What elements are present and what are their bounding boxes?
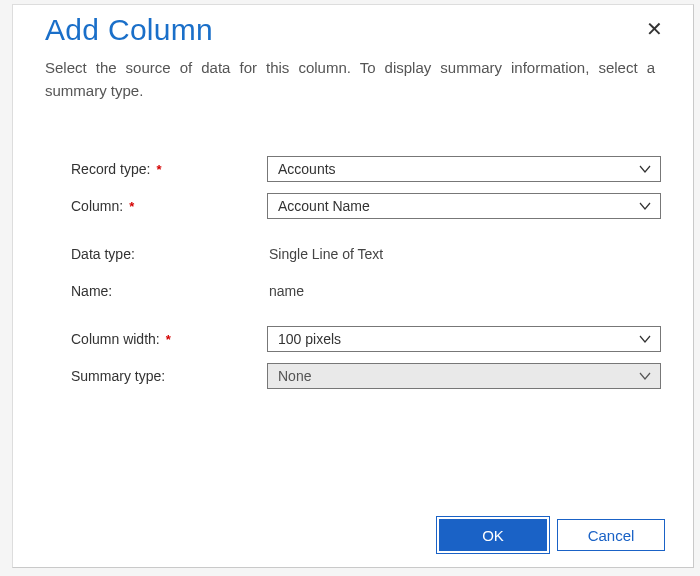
dialog-footer: OK Cancel (45, 519, 665, 553)
chevron-down-icon (638, 369, 652, 383)
chevron-down-icon (638, 199, 652, 213)
chevron-down-icon (638, 332, 652, 346)
field-data-type: Single Line of Text (267, 245, 661, 263)
row-column: Column: * Account Name (69, 193, 661, 219)
select-value: 100 pixels (278, 331, 341, 347)
close-icon: ✕ (646, 18, 663, 40)
field-column: Account Name (267, 193, 661, 219)
close-button[interactable]: ✕ (646, 13, 665, 39)
required-marker: * (156, 162, 161, 177)
label-text: Record type: (71, 161, 150, 177)
label-record-type: Record type: * (69, 161, 267, 177)
select-column[interactable]: Account Name (267, 193, 661, 219)
add-column-dialog: Add Column ✕ Select the source of data f… (12, 4, 694, 568)
ok-button[interactable]: OK (439, 519, 547, 551)
row-data-type: Data type: Single Line of Text (69, 241, 661, 267)
label-text: Column: (71, 198, 123, 214)
dialog-subtitle: Select the source of data for this colum… (45, 57, 655, 102)
chevron-down-icon (638, 162, 652, 176)
select-summary-type: None (267, 363, 661, 389)
required-marker: * (166, 332, 171, 347)
row-summary-type: Summary type: None (69, 363, 661, 389)
row-column-width: Column width: * 100 pixels (69, 326, 661, 352)
select-value: Account Name (278, 198, 370, 214)
field-summary-type: None (267, 363, 661, 389)
label-text: Summary type: (71, 368, 165, 384)
field-name: name (267, 282, 661, 300)
label-column-width: Column width: * (69, 331, 267, 347)
cancel-button[interactable]: Cancel (557, 519, 665, 551)
label-text: Name: (71, 283, 112, 299)
dialog-header: Add Column ✕ (45, 13, 665, 47)
label-text: Data type: (71, 246, 135, 262)
value-data-type: Single Line of Text (267, 246, 383, 262)
select-column-width[interactable]: 100 pixels (267, 326, 661, 352)
select-value: None (278, 368, 311, 384)
field-record-type: Accounts (267, 156, 661, 182)
select-record-type[interactable]: Accounts (267, 156, 661, 182)
row-name: Name: name (69, 278, 661, 304)
label-summary-type: Summary type: (69, 368, 267, 384)
label-text: Column width: (71, 331, 160, 347)
row-record-type: Record type: * Accounts (69, 156, 661, 182)
dialog-title: Add Column (45, 13, 213, 47)
label-name: Name: (69, 283, 267, 299)
form: Record type: * Accounts Column: * Accoun… (45, 156, 665, 400)
label-column: Column: * (69, 198, 267, 214)
label-data-type: Data type: (69, 246, 267, 262)
value-name: name (267, 283, 304, 299)
select-value: Accounts (278, 161, 336, 177)
field-column-width: 100 pixels (267, 326, 661, 352)
required-marker: * (129, 199, 134, 214)
